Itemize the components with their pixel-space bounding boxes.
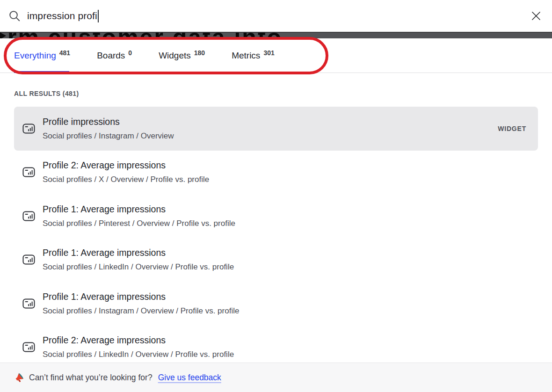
result-text: Profile impressions Social profiles / In… <box>43 116 174 141</box>
search-result-row[interactable]: Profile 1: Average impressions Social pr… <box>14 238 538 282</box>
result-text: Profile 1: Average impressions Social pr… <box>43 291 239 316</box>
tab-count: 481 <box>59 50 70 56</box>
result-breadcrumb: Social profiles / Pinterest / Overview /… <box>43 218 235 229</box>
tab-metrics[interactable]: Metrics 301 <box>232 50 275 61</box>
result-breadcrumb: Social profiles / Instagram / Overview <box>43 131 174 141</box>
tab-label: Everything <box>14 50 56 61</box>
search-result-row[interactable]: Profile 1: Average impressions Social pr… <box>14 194 538 238</box>
megaphone-icon <box>14 372 24 383</box>
search-input[interactable]: impression profi <box>27 10 528 22</box>
background-page-strip: rm customer data into <box>0 32 552 38</box>
widget-chart-icon <box>22 123 35 134</box>
widget-chart-icon <box>22 167 35 177</box>
tab-boards[interactable]: Boards 0 <box>97 50 132 61</box>
close-button[interactable] <box>528 7 545 24</box>
tab-label: Widgets <box>159 50 191 61</box>
text-caret <box>98 10 99 22</box>
tab-widgets[interactable]: Widgets 180 <box>159 50 205 61</box>
feedback-footer: Can’t find what you’re looking for? Give… <box>0 363 552 392</box>
result-text: Profile 1: Average impressions Social pr… <box>43 247 234 272</box>
result-type-badge: WIDGET <box>498 125 526 132</box>
result-breadcrumb: Social profiles / Instagram / Overview /… <box>43 305 239 316</box>
tab-count: 301 <box>263 50 274 56</box>
results-panel: ALL RESULTS (481) Profile impressions So… <box>0 73 552 363</box>
search-result-row[interactable]: Profile impressions Social profiles / In… <box>14 107 538 151</box>
feedback-link[interactable]: Give us feedback <box>158 373 221 383</box>
search-result-row[interactable]: Profile 2: Average impressions Social pr… <box>14 151 538 195</box>
feedback-question: Can’t find what you’re looking for? <box>29 373 153 383</box>
result-text: Profile 2: Average impressions Social pr… <box>43 334 234 360</box>
result-text: Profile 2: Average impressions Social pr… <box>43 160 209 185</box>
result-title: Profile 1: Average impressions <box>43 247 234 259</box>
result-title: Profile 1: Average impressions <box>43 203 235 215</box>
background-heading-fragment: rm customer data into <box>7 32 283 38</box>
search-icon <box>8 10 21 22</box>
result-title: Profile 2: Average impressions <box>43 334 234 346</box>
search-query-text: impression profi <box>27 10 97 22</box>
tab-count: 0 <box>128 50 132 56</box>
widget-chart-icon <box>22 342 35 352</box>
search-result-row[interactable]: Profile 2: Average impressions Social pr… <box>14 326 538 363</box>
result-tabs: Everything 481 Boards 0 Widgets 180 Metr… <box>0 38 552 73</box>
tab-count: 180 <box>194 50 205 56</box>
active-tab-underline <box>14 71 69 73</box>
results-list: Profile impressions Social profiles / In… <box>14 107 538 363</box>
close-icon <box>530 10 542 22</box>
background-glyph-fragment <box>0 32 6 38</box>
tab-label: Metrics <box>232 50 260 61</box>
result-title: Profile impressions <box>43 116 174 128</box>
tab-label: Boards <box>97 50 125 61</box>
search-bar: impression profi <box>0 0 552 32</box>
widget-chart-icon <box>22 254 35 265</box>
widget-chart-icon <box>22 211 35 221</box>
results-section-header: ALL RESULTS (481) <box>14 90 538 97</box>
result-text: Profile 1: Average impressions Social pr… <box>43 203 235 229</box>
result-breadcrumb: Social profiles / LinkedIn / Overview / … <box>43 261 234 272</box>
result-breadcrumb: Social profiles / LinkedIn / Overview / … <box>43 349 234 360</box>
tab-everything[interactable]: Everything 481 <box>14 50 70 61</box>
search-result-row[interactable]: Profile 1: Average impressions Social pr… <box>14 282 538 326</box>
result-title: Profile 2: Average impressions <box>43 160 209 171</box>
result-breadcrumb: Social profiles / X / Overview / Profile… <box>43 174 209 185</box>
widget-chart-icon <box>22 298 35 309</box>
result-title: Profile 1: Average impressions <box>43 291 239 303</box>
